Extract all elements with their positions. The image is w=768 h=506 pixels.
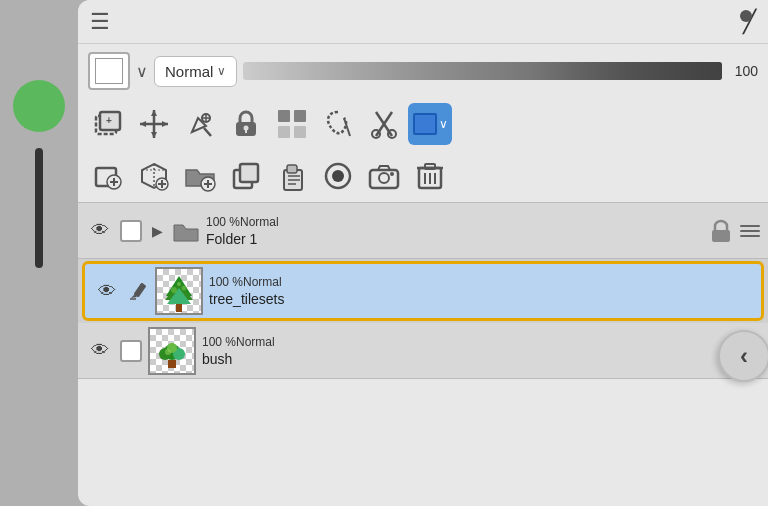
paste-icon [276, 160, 308, 192]
delete-icon [415, 160, 445, 192]
back-button[interactable]: ‹ [718, 330, 768, 382]
green-circle[interactable] [13, 80, 65, 132]
lock-button[interactable] [224, 103, 268, 145]
cut-icon [368, 108, 400, 140]
add-layer-icon [92, 160, 124, 192]
top-dot [740, 10, 752, 22]
folder-visibility-toggle[interactable]: 👁 [86, 220, 114, 241]
bush-visibility-toggle[interactable]: 👁 [86, 340, 114, 361]
svg-rect-18 [278, 126, 290, 138]
layer-duplicate-button[interactable]: + [86, 103, 130, 145]
color-chevron[interactable]: ∨ [439, 117, 448, 131]
tree-info: 100 %Normal tree_tilesets [209, 275, 753, 307]
copy-layer-icon [230, 160, 262, 192]
transform-button[interactable] [132, 103, 176, 145]
svg-rect-17 [294, 110, 306, 122]
grid-select-icon [276, 108, 308, 140]
tools-row-2 [78, 150, 768, 202]
svg-point-64 [171, 287, 177, 293]
svg-point-14 [244, 126, 249, 131]
camera-button[interactable] [362, 155, 406, 197]
folder-info: 100 %Normal Folder 1 [206, 215, 704, 247]
tree-tilesets-layer-row[interactable]: 👁 [82, 261, 764, 321]
svg-marker-6 [151, 132, 157, 138]
svg-point-72 [165, 349, 171, 355]
tree-thumbnail [160, 268, 198, 314]
record-button[interactable] [316, 155, 360, 197]
menu-button[interactable]: ☰ [90, 9, 110, 35]
delete-button[interactable] [408, 155, 452, 197]
bush-info: 100 %Normal bush [202, 335, 734, 367]
folder-menu-button[interactable] [740, 225, 760, 237]
back-icon: ‹ [740, 342, 748, 370]
svg-point-49 [390, 172, 394, 176]
bush-name: bush [202, 351, 734, 367]
cut-button[interactable] [362, 103, 406, 145]
folder-checkbox[interactable] [120, 220, 142, 242]
vertical-slider[interactable] [35, 148, 43, 268]
svg-rect-67 [168, 360, 176, 368]
paste-button[interactable] [270, 155, 314, 197]
add-3d-button[interactable] [132, 155, 176, 197]
opacity-value: 100 [728, 63, 758, 79]
bush-blend: 100 %Normal [202, 335, 734, 349]
folder-name: Folder 1 [206, 231, 704, 247]
folder-actions [710, 218, 760, 244]
selection-pen-button[interactable] [178, 103, 222, 145]
opacity-area: 100 [243, 62, 758, 80]
active-color-swatch [413, 113, 437, 135]
add-layer-button[interactable] [86, 155, 130, 197]
lock-icon [232, 108, 260, 140]
folder-blend: 100 %Normal [206, 215, 704, 229]
svg-point-66 [177, 282, 181, 286]
tree-thumb [155, 267, 203, 315]
tools-row-1: + [78, 98, 768, 150]
svg-rect-19 [294, 126, 306, 138]
layers-panel: 👁 ▶ 100 %Normal Folder 1 [78, 202, 768, 379]
svg-text:+: + [106, 115, 112, 126]
open-folder-icon [184, 160, 216, 192]
bush-layer-row: 👁 100 %Normal bush [78, 323, 768, 379]
lasso-button[interactable] [316, 103, 360, 145]
svg-point-65 [182, 286, 187, 291]
svg-line-9 [204, 128, 211, 136]
svg-marker-7 [140, 121, 146, 127]
selection-pen-icon [184, 108, 216, 140]
tree-visibility-toggle[interactable]: 👁 [93, 281, 121, 302]
folder-layer-row: 👁 ▶ 100 %Normal Folder 1 [78, 203, 768, 259]
bush-checkbox[interactable] [120, 340, 142, 362]
color-swatch-button[interactable] [88, 52, 130, 90]
blend-row: ∨ Normal ∨ 100 [78, 44, 768, 98]
add-3d-icon [138, 160, 170, 192]
color-picker-button[interactable]: ∨ [408, 103, 452, 145]
blend-mode-label: Normal [165, 63, 213, 80]
transform-icon [138, 108, 170, 140]
copy-layer-button[interactable] [224, 155, 268, 197]
open-folder-button[interactable] [178, 155, 222, 197]
svg-marker-8 [162, 121, 168, 127]
folder-lock-icon [710, 218, 732, 244]
bush-thumb [148, 327, 196, 375]
tree-edit-icon [127, 280, 149, 302]
svg-point-48 [379, 173, 389, 183]
lasso-icon [322, 108, 354, 140]
swatch-inner [95, 58, 123, 84]
camera-icon [368, 160, 400, 192]
blend-mode-dropdown[interactable]: Normal ∨ [154, 56, 237, 87]
top-bar: ☰ ╱ [78, 0, 768, 44]
left-sidebar [0, 0, 78, 506]
svg-marker-5 [151, 110, 157, 116]
svg-rect-39 [240, 164, 258, 182]
tree-name: tree_tilesets [209, 291, 753, 307]
main-panel: ☰ ╱ ∨ Normal ∨ 100 + [78, 0, 768, 506]
svg-rect-56 [712, 230, 730, 242]
svg-rect-60 [176, 304, 182, 312]
grid-select-button[interactable] [270, 103, 314, 145]
svg-rect-52 [425, 164, 435, 169]
opacity-slider[interactable] [243, 62, 722, 80]
folder-expand-button[interactable]: ▶ [148, 223, 166, 239]
record-icon [322, 160, 354, 192]
svg-point-46 [332, 170, 344, 182]
tree-blend: 100 %Normal [209, 275, 753, 289]
swatch-chevron[interactable]: ∨ [136, 62, 148, 81]
